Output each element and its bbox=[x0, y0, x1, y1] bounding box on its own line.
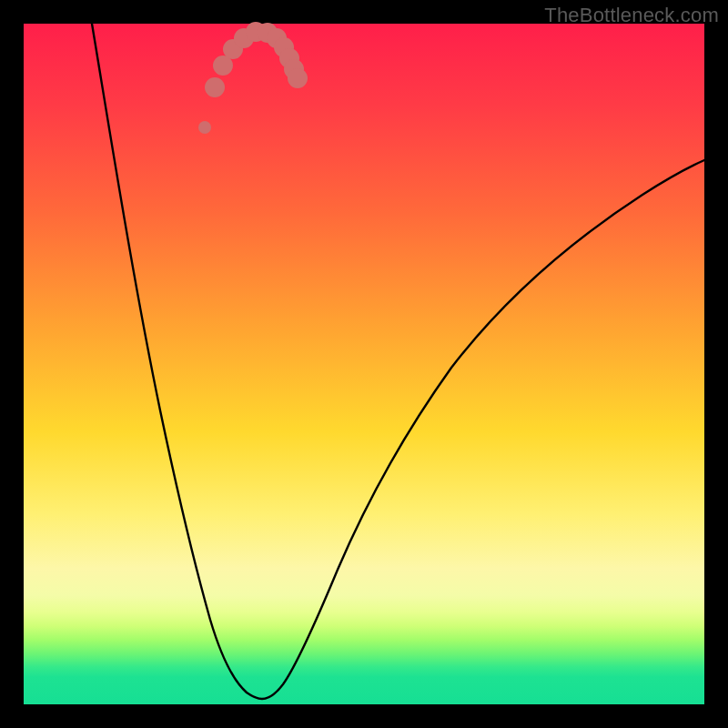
highlight-dot bbox=[288, 68, 308, 88]
watermark-text: TheBottleneck.com bbox=[544, 4, 719, 27]
highlight-dots-group bbox=[198, 22, 308, 134]
bottleneck-curve bbox=[92, 24, 704, 699]
highlight-dot bbox=[198, 121, 211, 134]
highlight-dot bbox=[205, 77, 225, 97]
chart-svg bbox=[24, 24, 704, 704]
plot-area bbox=[24, 24, 704, 704]
outer-frame: TheBottleneck.com bbox=[0, 0, 728, 728]
